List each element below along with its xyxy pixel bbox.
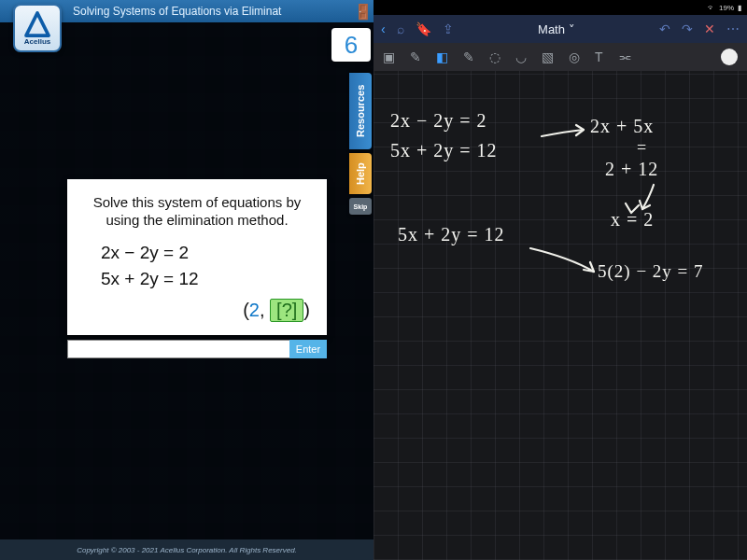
doc-title[interactable]: Math ˅	[465, 22, 648, 36]
answer-template: (2, [?])	[80, 293, 314, 322]
hw-arrows	[374, 71, 747, 556]
status-bar: ᯤ 19% ▮	[374, 0, 747, 15]
tab-help[interactable]: Help	[349, 153, 372, 194]
redo-icon[interactable]: ↷	[682, 21, 693, 36]
color-dot[interactable]	[721, 49, 738, 65]
share-icon[interactable]: ⇪	[443, 21, 454, 36]
notes-pane: ᯤ 19% ▮ ‹ ⌕ 🔖 ⇪ Math ˅ ↶ ↷ ✕ ⋯ ▣ ✎ ◧ ✎ ◌…	[374, 0, 747, 560]
note-canvas[interactable]: 2x − 2y = 2 5x + 2y = 12 2x + 5x = 2 + 1…	[374, 71, 747, 560]
text-icon[interactable]: T	[595, 49, 603, 64]
exit-icon[interactable]: 🚪	[357, 0, 370, 22]
search-icon[interactable]: ⌕	[397, 21, 404, 36]
equation-1: 2x − 2y = 2	[80, 241, 314, 267]
enter-button[interactable]: Enter	[289, 340, 327, 358]
camera-icon[interactable]: ◎	[569, 49, 580, 64]
question-card: Solve this system of equations by using …	[67, 179, 327, 335]
bookmark-icon[interactable]: 🔖	[416, 21, 431, 36]
tab-skip[interactable]: Skip	[349, 198, 372, 215]
answer-x: 2	[249, 300, 260, 320]
brand-text: Acellus	[24, 37, 50, 46]
tab-resources[interactable]: Resources	[349, 73, 372, 149]
acellus-pane: Solving Systems of Equations via Elimina…	[0, 0, 374, 560]
answer-row: Enter	[67, 340, 327, 358]
answer-input[interactable]	[67, 340, 289, 358]
wifi-icon: ᯤ	[708, 4, 715, 12]
lasso-icon[interactable]: ◡	[515, 49, 527, 64]
highlighter-icon[interactable]: ✎	[463, 49, 474, 64]
question-counter: 6	[331, 28, 371, 62]
attach-icon[interactable]: ⫘	[618, 49, 631, 64]
battery-icon: ▮	[738, 4, 741, 12]
close-icon[interactable]: ✕	[704, 21, 715, 36]
image-icon[interactable]: ▧	[542, 49, 554, 64]
answer-blank[interactable]: [?]	[270, 299, 303, 322]
nav-bar: ‹ ⌕ 🔖 ⇪ Math ˅ ↶ ↷ ✕ ⋯	[374, 15, 747, 43]
more-icon[interactable]: ⋯	[726, 21, 740, 36]
undo-icon[interactable]: ↶	[659, 21, 670, 36]
instruction-text: Solve this system of equations by using …	[80, 194, 314, 230]
battery-pct: 19%	[719, 4, 734, 12]
back-icon[interactable]: ‹	[381, 21, 386, 36]
shapes-icon[interactable]: ◌	[489, 49, 500, 64]
pen-icon[interactable]: ✎	[410, 49, 421, 64]
tool-bar: ▣ ✎ ◧ ✎ ◌ ◡ ▧ ◎ T ⫘	[374, 43, 747, 71]
footer-text: Copyright © 2003 - 2021 Acellus Corporat…	[0, 539, 374, 560]
lesson-title: Solving Systems of Equations via Elimina…	[73, 5, 281, 18]
eraser-icon[interactable]: ◧	[436, 49, 448, 64]
acellus-logo[interactable]: Acellus	[13, 4, 62, 52]
crop-icon[interactable]: ▣	[383, 49, 395, 64]
equation-2: 5x + 2y = 12	[80, 267, 314, 293]
